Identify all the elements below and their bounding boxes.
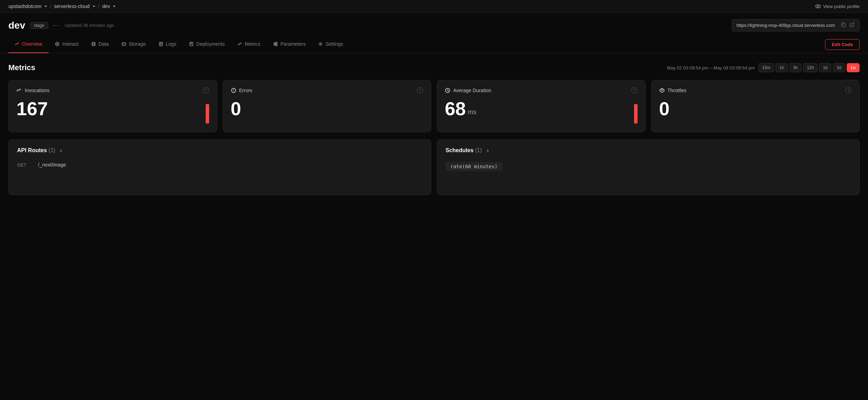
dots-menu-button[interactable]: ··· bbox=[53, 22, 60, 29]
invocations-header: Invocations ? bbox=[16, 87, 209, 94]
bottom-cards: API Routes (1) ∧ GET /_next/image Schedu… bbox=[8, 139, 860, 195]
breadcrumb-org[interactable]: upstashdotcom bbox=[8, 3, 47, 9]
logs-icon bbox=[159, 42, 163, 46]
svg-line-7 bbox=[18, 43, 19, 44]
header-area: dev stage ··· Updated 36 minutes ago htt… bbox=[0, 13, 868, 36]
api-routes-collapse[interactable]: ∧ bbox=[59, 148, 63, 153]
metric-cards-grid: Invocations ? 167 Errors ? bbox=[8, 80, 860, 132]
app-title: dev bbox=[8, 20, 25, 31]
edit-code-button[interactable]: Edit Code bbox=[825, 39, 860, 50]
avg-duration-bar bbox=[634, 104, 638, 124]
schedule-row: rate(60 minutes) bbox=[446, 160, 851, 173]
sep-2: / bbox=[98, 3, 100, 9]
errors-card: Errors ? 0 bbox=[223, 80, 432, 132]
schedules-collapse[interactable]: ∧ bbox=[486, 148, 490, 153]
avg-duration-icon bbox=[445, 88, 450, 93]
api-routes-title: API Routes (1) bbox=[17, 147, 55, 154]
invocations-help[interactable]: ? bbox=[203, 87, 209, 94]
stage-badge: stage bbox=[30, 22, 48, 29]
api-route-row: GET /_next/image bbox=[17, 160, 422, 170]
url-text: https://lightning-mvp-409yp.cloud.server… bbox=[736, 23, 835, 28]
invocations-value: 167 bbox=[16, 99, 209, 118]
tab-deployments[interactable]: Deployments bbox=[183, 36, 231, 53]
time-btn-3h[interactable]: 3h bbox=[789, 63, 802, 72]
svg-point-0 bbox=[816, 5, 821, 8]
time-btn-1h[interactable]: 1h bbox=[775, 63, 788, 72]
svg-point-9 bbox=[57, 43, 58, 45]
url-bar: https://lightning-mvp-409yp.cloud.server… bbox=[732, 19, 860, 31]
throttles-header: Throttles ? bbox=[659, 87, 852, 94]
metrics-title: Metrics bbox=[8, 63, 35, 72]
metrics-icon bbox=[237, 42, 242, 46]
chevron-project-icon bbox=[93, 6, 95, 7]
time-btn-12h[interactable]: 12h bbox=[803, 63, 818, 72]
errors-title: Errors bbox=[231, 88, 252, 93]
chevron-env-icon bbox=[113, 6, 116, 7]
time-btn-3d[interactable]: 3d bbox=[833, 63, 845, 72]
errors-help[interactable]: ? bbox=[417, 87, 423, 94]
tab-parameters[interactable]: Parameters bbox=[267, 36, 312, 53]
svg-point-8 bbox=[56, 42, 59, 46]
errors-icon bbox=[231, 88, 236, 93]
chevron-org-icon bbox=[44, 6, 47, 7]
parameters-icon bbox=[273, 42, 278, 46]
time-btn-1d[interactable]: 1d bbox=[819, 63, 831, 72]
schedules-card: Schedules (1) ∧ rate(60 minutes) bbox=[437, 139, 860, 195]
tab-overview[interactable]: Overview bbox=[8, 36, 49, 53]
schedules-title: Schedules (1) bbox=[446, 147, 482, 154]
svg-point-33 bbox=[320, 43, 321, 45]
avg-duration-title: Average Duration bbox=[445, 88, 491, 93]
tab-interact[interactable]: Interact bbox=[49, 36, 85, 53]
top-nav: upstashdotcom / serverless-cloud / dev V… bbox=[0, 0, 868, 13]
svg-point-1 bbox=[817, 6, 819, 7]
schedules-header: Schedules (1) ∧ bbox=[446, 147, 851, 154]
svg-line-21 bbox=[239, 43, 240, 45]
api-routes-card: API Routes (1) ∧ GET /_next/image bbox=[8, 139, 431, 195]
svg-point-26 bbox=[275, 42, 277, 43]
copy-url-button[interactable] bbox=[840, 22, 847, 29]
metrics-header: Metrics May 02 03:09:54 pm – May 09 03:0… bbox=[8, 63, 860, 72]
time-btn-15m[interactable]: 15m bbox=[758, 63, 774, 72]
svg-rect-2 bbox=[843, 24, 845, 27]
tab-metrics[interactable]: Metrics bbox=[231, 36, 267, 53]
breadcrumb-project[interactable]: serverless-cloud bbox=[54, 3, 95, 9]
external-link-icon bbox=[849, 22, 854, 27]
throttles-icon bbox=[659, 88, 665, 93]
throttles-title: Throttles bbox=[659, 88, 686, 93]
avg-duration-help[interactable]: ? bbox=[631, 87, 638, 94]
throttles-card: Throttles ? 0 bbox=[651, 80, 860, 132]
breadcrumb-container: upstashdotcom / serverless-cloud / dev bbox=[8, 3, 116, 9]
tab-logs[interactable]: Logs bbox=[152, 36, 183, 53]
deployments-icon bbox=[189, 42, 194, 46]
tab-settings[interactable]: Settings bbox=[312, 36, 350, 53]
tab-navigation: Overview Interact Data Storage bbox=[0, 36, 868, 53]
url-actions bbox=[840, 22, 855, 29]
avg-duration-value: 68 ms bbox=[445, 99, 638, 118]
svg-point-10 bbox=[92, 42, 95, 44]
tab-storage[interactable]: Storage bbox=[115, 36, 152, 53]
throttles-help[interactable]: ? bbox=[845, 87, 852, 94]
settings-icon bbox=[318, 42, 323, 46]
svg-rect-11 bbox=[122, 43, 126, 45]
invocations-card: Invocations ? 167 bbox=[8, 80, 217, 132]
errors-value: 0 bbox=[231, 99, 424, 118]
invocations-title: Invocations bbox=[16, 88, 50, 93]
main-content: Metrics May 02 03:09:54 pm – May 09 03:0… bbox=[0, 53, 868, 205]
storage-icon bbox=[122, 42, 126, 46]
time-btn-1w[interactable]: 1w bbox=[847, 63, 860, 72]
tab-data[interactable]: Data bbox=[85, 36, 115, 53]
invocations-bar bbox=[206, 104, 209, 124]
eye-icon bbox=[815, 3, 821, 9]
avg-duration-card: Average Duration ? 68 ms bbox=[437, 80, 646, 132]
avg-duration-header: Average Duration ? bbox=[445, 87, 638, 94]
invocations-icon bbox=[16, 88, 22, 93]
throttles-value: 0 bbox=[659, 99, 852, 118]
svg-point-36 bbox=[233, 91, 234, 92]
svg-line-39 bbox=[448, 90, 449, 91]
breadcrumb-env[interactable]: dev bbox=[102, 3, 116, 9]
open-url-button[interactable] bbox=[849, 22, 855, 29]
interact-icon bbox=[55, 42, 60, 46]
view-public-profile-button[interactable]: View public profile bbox=[815, 3, 860, 9]
svg-point-27 bbox=[275, 44, 277, 46]
svg-line-3 bbox=[852, 23, 854, 25]
